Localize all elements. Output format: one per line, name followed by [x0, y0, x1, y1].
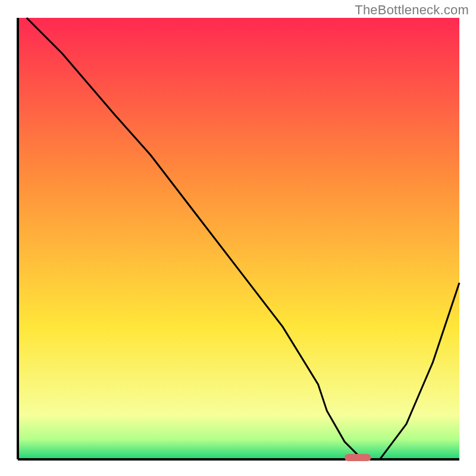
- watermark-text: TheBottleneck.com: [355, 2, 469, 18]
- chart-container: TheBottleneck.com: [0, 0, 476, 476]
- bottleneck-chart-svg: [0, 0, 476, 476]
- optimal-range-marker: [345, 454, 371, 461]
- plot-background: [18, 18, 459, 459]
